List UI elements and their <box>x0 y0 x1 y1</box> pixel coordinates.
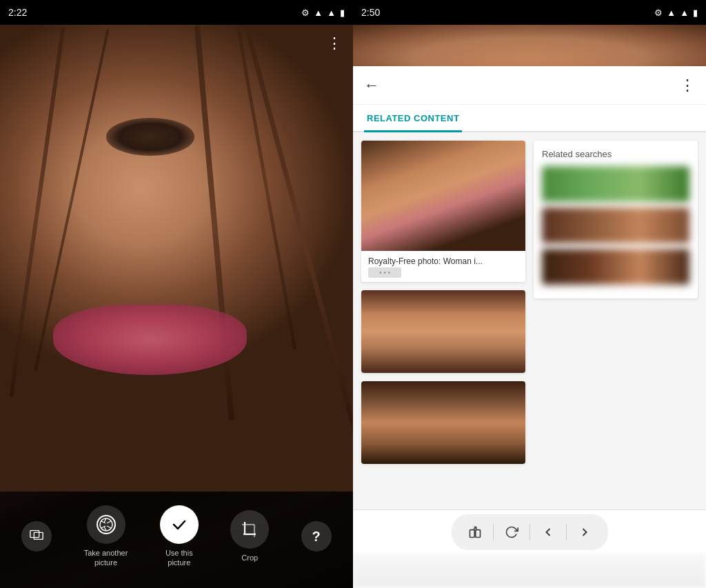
left-signal-icon: ▲ <box>327 8 336 18</box>
right-gear-icon: ⚙ <box>654 8 663 18</box>
left-battery-icon: ▮ <box>340 8 345 18</box>
related-search-thumb-1[interactable] <box>542 166 689 202</box>
take-another-button[interactable]: Take anotherpicture <box>84 505 128 568</box>
forward-nav-button[interactable] <box>572 520 597 545</box>
nav-divider-1 <box>493 524 494 540</box>
svg-rect-1 <box>34 532 43 539</box>
results-right-column: Related searches <box>534 141 698 464</box>
gallery-button[interactable] <box>21 521 52 551</box>
svg-point-3 <box>100 518 112 531</box>
back-button[interactable]: ← <box>364 77 379 94</box>
left-status-bar: 2:22 ⚙ ▲ ▲ ▮ <box>0 0 353 25</box>
left-status-icons: ⚙ ▲ ▲ ▮ <box>301 8 345 18</box>
nav-divider-2 <box>530 524 530 540</box>
take-another-label: Take anotherpicture <box>84 548 128 568</box>
content-area[interactable]: Royalty-Free photo: Woman i... • • • <box>353 132 706 509</box>
strip-face-bg <box>353 25 706 66</box>
right-header: ← ⋮ <box>353 66 706 105</box>
content-grid: Royalty-Free photo: Woman i... • • • <box>361 141 698 464</box>
right-status-bar: 2:50 ⚙ ▲ ▲ ▮ <box>353 0 706 25</box>
result-title: Royalty-Free photo: Woman i... <box>361 251 525 269</box>
eye-area <box>106 118 194 155</box>
related-searches-card: Related searches <box>534 141 698 298</box>
result-image-2 <box>361 290 525 373</box>
related-search-thumb-3[interactable] <box>542 249 689 285</box>
help-icon: ? <box>312 529 321 545</box>
left-more-options-button[interactable]: ⋮ <box>327 34 342 52</box>
crop-button[interactable]: Crop <box>230 510 269 562</box>
gallery-icon <box>29 527 44 546</box>
nav-pill <box>452 514 608 550</box>
related-search-thumb-2[interactable] <box>542 207 689 243</box>
back-nav-button[interactable] <box>536 520 561 545</box>
nav-divider-3 <box>566 524 567 540</box>
right-wifi-icon: ▲ <box>667 8 676 18</box>
related-searches-title: Related searches <box>542 149 689 159</box>
result-card-2[interactable] <box>361 290 525 373</box>
result-card-main[interactable]: Royalty-Free photo: Woman i... • • • <box>361 141 525 282</box>
right-status-icons: ⚙ ▲ ▲ ▮ <box>654 8 698 18</box>
svg-rect-16 <box>475 529 480 537</box>
right-battery-icon: ▮ <box>693 8 698 18</box>
lip-area <box>53 305 248 375</box>
right-time: 2:50 <box>361 7 380 18</box>
use-this-picture-button[interactable]: Use thispicture <box>160 505 199 568</box>
right-signal-icon: ▲ <box>680 8 689 18</box>
face-overlay <box>0 25 353 491</box>
right-panel: 2:50 ⚙ ▲ ▲ ▮ ← ⋮ RELATED CONTENT <box>353 0 706 588</box>
bottom-nav <box>353 509 706 554</box>
tab-related-content[interactable]: RELATED CONTENT <box>364 105 462 132</box>
result-card-3[interactable] <box>361 381 525 464</box>
checkmark-icon-circle <box>160 505 199 544</box>
bottom-blur-strip <box>353 554 706 588</box>
results-left-column: Royalty-Free photo: Woman i... • • • <box>361 141 525 464</box>
left-gear-icon: ⚙ <box>301 8 310 18</box>
svg-rect-0 <box>30 530 39 537</box>
use-this-label: Use thispicture <box>165 548 193 568</box>
result-image-3 <box>361 381 525 464</box>
left-wifi-icon: ▲ <box>314 8 323 18</box>
refresh-nav-button[interactable] <box>499 520 524 545</box>
shutter-icon-circle <box>87 505 125 544</box>
result-url: • • • <box>361 269 525 282</box>
svg-rect-14 <box>470 529 474 537</box>
help-button[interactable]: ? <box>301 521 332 551</box>
result-image-main <box>361 141 525 251</box>
left-panel: 2:22 ⚙ ▲ ▲ ▮ ⋮ <box>0 0 353 588</box>
share-nav-button[interactable] <box>463 520 487 545</box>
crop-icon-circle <box>230 510 269 549</box>
svg-line-5 <box>107 521 111 523</box>
left-time: 2:22 <box>8 7 27 18</box>
left-toolbar: Take anotherpicture Use thispicture C <box>0 491 353 588</box>
crop-label: Crop <box>241 553 258 562</box>
tabs-bar: RELATED CONTENT <box>353 105 706 132</box>
right-more-options-button[interactable]: ⋮ <box>680 77 695 94</box>
top-image-strip <box>353 25 706 66</box>
svg-line-6 <box>107 526 111 528</box>
